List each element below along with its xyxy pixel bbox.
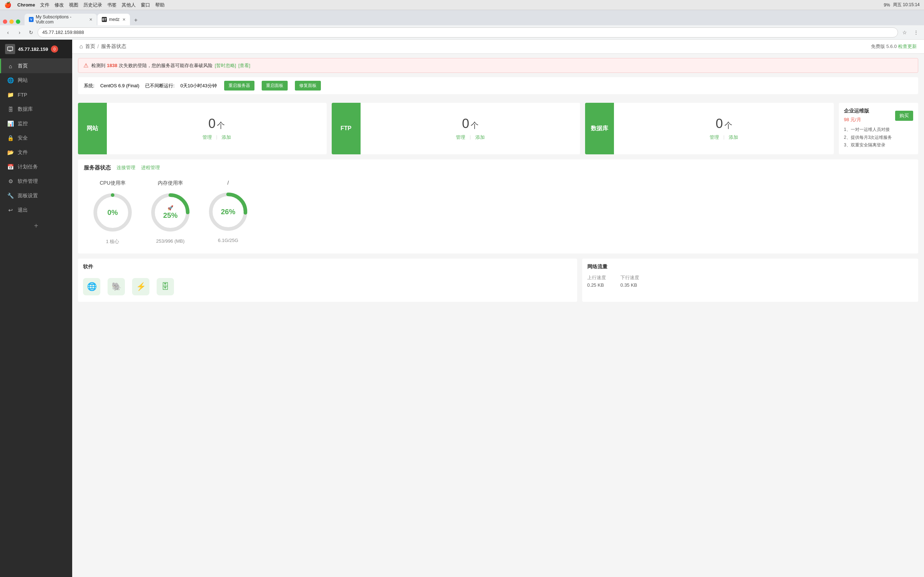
page-wrapper: 45.77.182.159 0 ⌂ 首页 🌐 网站 📁 FTP 🗄 数据库 📊 … bbox=[0, 40, 924, 577]
database-card-label: 数据库 bbox=[585, 103, 614, 154]
software-icon-1[interactable]: 🌐 bbox=[83, 278, 100, 295]
sidebar: 45.77.182.159 0 ⌂ 首页 🌐 网站 📁 FTP 🗄 数据库 📊 … bbox=[0, 40, 72, 577]
sidebar-add-button[interactable]: + bbox=[0, 218, 72, 234]
software-icons-row: 🌐 🐘 ⚡ 🗄 bbox=[83, 274, 572, 295]
download-label: 下行速度 bbox=[620, 274, 639, 281]
feature-3: 3、双重安全隔离登录 bbox=[844, 141, 913, 149]
database-icon: 🗄 bbox=[7, 106, 14, 113]
alert-text1: 检测到 bbox=[91, 62, 105, 69]
reload-button[interactable]: ↻ bbox=[26, 27, 36, 37]
update-link[interactable]: 检查更新 bbox=[898, 44, 917, 49]
gauges-row: CPU使用率 0% 1 核心 内存使用率 bbox=[84, 176, 913, 248]
network-card-title: 网络流量 bbox=[587, 264, 913, 270]
ftp-card-label: FTP bbox=[332, 103, 360, 154]
ftp-add-link[interactable]: 添加 bbox=[475, 134, 485, 141]
enterprise-card: 企业运维版 98 元/月 购买 1、一对一运维人员对接 2、提供每月3次运维服务… bbox=[839, 103, 918, 154]
tab-vultr[interactable]: V My Subscriptions - Vultr.com ✕ bbox=[24, 14, 97, 25]
software-icon-2[interactable]: 🐘 bbox=[108, 278, 125, 295]
database-add-link[interactable]: 添加 bbox=[729, 134, 738, 141]
cpu-gauge-title: CPU使用率 bbox=[100, 180, 126, 187]
menu-file[interactable]: 文件 bbox=[40, 2, 50, 8]
database-manage-link[interactable]: 管理 bbox=[709, 134, 719, 141]
disk-gauge-subtitle: 6.1G/25G bbox=[218, 238, 238, 243]
panel-icon: 🔧 bbox=[7, 193, 14, 199]
address-bar[interactable]: 45.77.182.159:8888 bbox=[37, 27, 898, 37]
restart-server-button[interactable]: 重启服务器 bbox=[224, 81, 254, 90]
datetime: 周五 10:15:14 bbox=[893, 2, 920, 8]
website-manage-link[interactable]: 管理 bbox=[202, 134, 212, 141]
security-icon: 🔒 bbox=[7, 135, 14, 141]
cron-icon: 📅 bbox=[7, 164, 14, 170]
new-tab-button[interactable]: + bbox=[131, 15, 141, 25]
repair-panel-button[interactable]: 修复面板 bbox=[295, 81, 321, 90]
sidebar-item-label-software: 软件管理 bbox=[18, 178, 38, 185]
breadcrumb-home-icon[interactable]: ⌂ bbox=[79, 43, 83, 50]
website-icon: 🌐 bbox=[7, 77, 14, 84]
alert-text2: 次失败的登陆，您的服务器可能存在暴破风险 bbox=[119, 62, 213, 69]
tab-title-vultr: My Subscriptions - Vultr.com bbox=[36, 15, 86, 24]
enterprise-title: 企业运维版 bbox=[844, 108, 869, 114]
forward-button[interactable]: › bbox=[15, 27, 24, 37]
connection-management-tab[interactable]: 连接管理 bbox=[116, 164, 135, 171]
restart-panel-button[interactable]: 重启面板 bbox=[262, 81, 288, 90]
menu-view[interactable]: 视图 bbox=[69, 2, 78, 8]
menu-window[interactable]: 窗口 bbox=[141, 2, 150, 8]
mac-menubar: 🍎 Chrome 文件 修改 视图 历史记录 书签 其他人 窗口 帮助 9% 周… bbox=[0, 0, 924, 10]
tab-medz[interactable]: BT medz ✕ bbox=[97, 14, 130, 25]
buy-button[interactable]: 购买 bbox=[895, 111, 913, 121]
sidebar-item-monitor[interactable]: 📊 监控 bbox=[0, 116, 72, 131]
more-button[interactable]: ⋮ bbox=[911, 27, 921, 37]
os-label: 系统: bbox=[84, 82, 95, 89]
stats-row: 网站 0 个 管理 | 添加 FTP bbox=[72, 98, 924, 160]
sidebar-item-logout[interactable]: ↩ 退出 bbox=[0, 203, 72, 218]
bookmark-button[interactable]: ☆ bbox=[900, 27, 909, 37]
apple-logo[interactable]: 🍎 bbox=[4, 2, 11, 8]
menu-edit[interactable]: 修改 bbox=[55, 2, 64, 8]
sidebar-item-files[interactable]: 📂 文件 bbox=[0, 145, 72, 160]
close-window-btn[interactable] bbox=[3, 19, 7, 24]
software-icon-4[interactable]: 🗄 bbox=[157, 278, 174, 295]
uptime-value: 0天10小时43分钟 bbox=[181, 82, 217, 89]
sidebar-item-label-home: 首页 bbox=[18, 63, 28, 69]
sidebar-item-ftp[interactable]: 📁 FTP bbox=[0, 88, 72, 102]
website-add-link[interactable]: 添加 bbox=[221, 134, 231, 141]
upload-item: 上行速度 0.25 KB bbox=[587, 274, 606, 288]
tab-close-medz[interactable]: ✕ bbox=[122, 17, 126, 22]
ftp-stat-card: FTP 0 个 管理 | 添加 bbox=[332, 103, 580, 154]
software-icon: ⚙ bbox=[7, 178, 14, 185]
menu-history[interactable]: 历史记录 bbox=[83, 2, 102, 8]
memory-gauge-value: 🚀 25% bbox=[163, 205, 178, 220]
process-management-tab[interactable]: 进程管理 bbox=[141, 164, 160, 171]
alert-warning-icon: ⚠ bbox=[83, 62, 89, 69]
sidebar-item-cron[interactable]: 📅 计划任务 bbox=[0, 160, 72, 174]
svg-rect-1 bbox=[9, 51, 11, 51]
website-count: 0 个 bbox=[208, 116, 225, 131]
sidebar-item-software[interactable]: ⚙ 软件管理 bbox=[0, 174, 72, 189]
minimize-window-btn[interactable] bbox=[10, 19, 14, 24]
sidebar-item-home[interactable]: ⌂ 首页 bbox=[0, 59, 72, 73]
breadcrumb: ⌂ 首页 / 服务器状态 bbox=[79, 43, 126, 50]
address-text: 45.77.182.159:8888 bbox=[42, 29, 84, 35]
sidebar-item-website[interactable]: 🌐 网站 bbox=[0, 73, 72, 88]
website-card-label: 网站 bbox=[78, 103, 107, 154]
software-icon-3[interactable]: ⚡ bbox=[132, 278, 149, 295]
alert-view-link[interactable]: [查看] bbox=[238, 62, 250, 69]
breadcrumb-current: 服务器状态 bbox=[101, 43, 126, 50]
sidebar-item-security[interactable]: 🔒 安全 bbox=[0, 131, 72, 145]
menu-bookmarks[interactable]: 书签 bbox=[107, 2, 116, 8]
menu-others[interactable]: 其他人 bbox=[122, 2, 136, 8]
tab-close-vultr[interactable]: ✕ bbox=[89, 17, 92, 22]
sidebar-item-database[interactable]: 🗄 数据库 bbox=[0, 102, 72, 116]
cpu-gauge-subtitle: 1 核心 bbox=[106, 239, 120, 245]
alert-ignore-link[interactable]: [暂时忽略] bbox=[215, 62, 236, 69]
website-stat-card: 网站 0 个 管理 | 添加 bbox=[78, 103, 327, 154]
menu-chrome[interactable]: Chrome bbox=[17, 2, 35, 8]
sidebar-item-panel[interactable]: 🔧 面板设置 bbox=[0, 189, 72, 203]
website-card-body: 0 个 管理 | 添加 bbox=[107, 103, 327, 154]
menu-help[interactable]: 帮助 bbox=[155, 2, 165, 8]
maximize-window-btn[interactable] bbox=[16, 19, 20, 24]
version-info: 免费版 5.6.0 检查更新 bbox=[871, 43, 917, 50]
ftp-manage-link[interactable]: 管理 bbox=[456, 134, 465, 141]
back-button[interactable]: ‹ bbox=[3, 27, 13, 37]
version-label: 免费版 5.6.0 bbox=[871, 44, 897, 49]
